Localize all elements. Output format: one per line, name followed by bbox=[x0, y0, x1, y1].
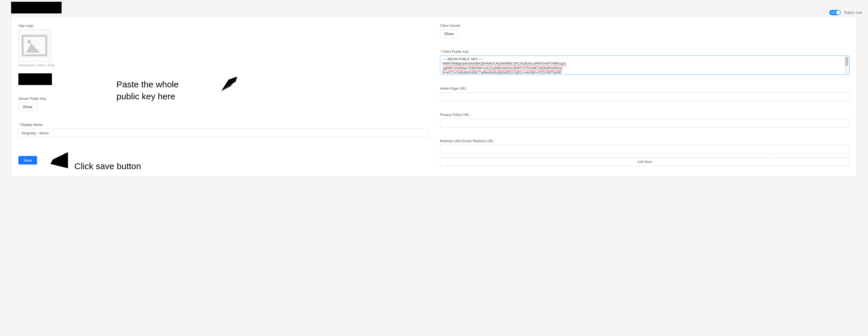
home-page-url-input[interactable] bbox=[440, 92, 850, 101]
client-public-key-label: Client Public Key : bbox=[440, 50, 850, 54]
server-key-show-button[interactable]: Show bbox=[19, 103, 37, 111]
redirect-url-input[interactable] bbox=[440, 145, 850, 154]
app-logo-label: App Logo : bbox=[19, 24, 428, 28]
toggle-knob bbox=[836, 10, 840, 15]
client-secret-label: Client Secret : bbox=[440, 24, 850, 28]
display-name-label: Display Name : bbox=[19, 123, 428, 127]
svg-marker-0 bbox=[221, 77, 237, 91]
image-placeholder-icon bbox=[22, 35, 47, 56]
main-panel: App Logo : Dimensions: 1024 x 1024 Serve… bbox=[11, 17, 857, 177]
scrollbar-thumb[interactable] bbox=[845, 57, 848, 66]
svg-marker-1 bbox=[221, 84, 233, 91]
privacy-policy-url-label: Privacy Policy URL : bbox=[440, 113, 850, 117]
client-secret-show-button[interactable]: Show bbox=[440, 29, 458, 38]
redacted-header-block bbox=[11, 2, 62, 13]
privacy-policy-url-input[interactable] bbox=[440, 119, 850, 128]
top-bar: ON Status: Live bbox=[0, 0, 868, 17]
toggle-on-label: ON bbox=[831, 11, 835, 14]
status-text: Status: Live bbox=[844, 10, 862, 15]
textarea-scrollbar[interactable] bbox=[845, 56, 849, 74]
left-column: App Logo : Dimensions: 1024 x 1024 Serve… bbox=[19, 24, 428, 166]
redacted-block bbox=[19, 73, 52, 85]
right-column: Client Secret : Show Client Public Key :… bbox=[440, 24, 850, 166]
add-more-button[interactable]: Add More bbox=[440, 158, 850, 166]
save-button[interactable]: Save bbox=[19, 156, 37, 165]
app-logo-uploader[interactable] bbox=[19, 29, 51, 62]
server-public-key-label: Server Public Key : bbox=[19, 97, 428, 101]
client-public-key-textarea[interactable]: -----BEGIN PUBLIC KEY----- MIIBITANBgkqh… bbox=[440, 56, 850, 75]
public-key-content: -----BEGIN PUBLIC KEY----- MIIBITANBgkqh… bbox=[440, 56, 849, 75]
status-toggle[interactable]: ON bbox=[829, 10, 841, 15]
display-name-input[interactable] bbox=[19, 129, 428, 137]
logo-dimensions-hint: Dimensions: 1024 x 1024 bbox=[19, 63, 428, 67]
arrow-icon bbox=[220, 75, 240, 93]
redirect-url-label: Redirect URL/OAuth Redirect URL : bbox=[440, 139, 850, 143]
home-page-url-label: Home Page URL : bbox=[440, 86, 850, 90]
status-area: ON Status: Live bbox=[829, 10, 862, 15]
